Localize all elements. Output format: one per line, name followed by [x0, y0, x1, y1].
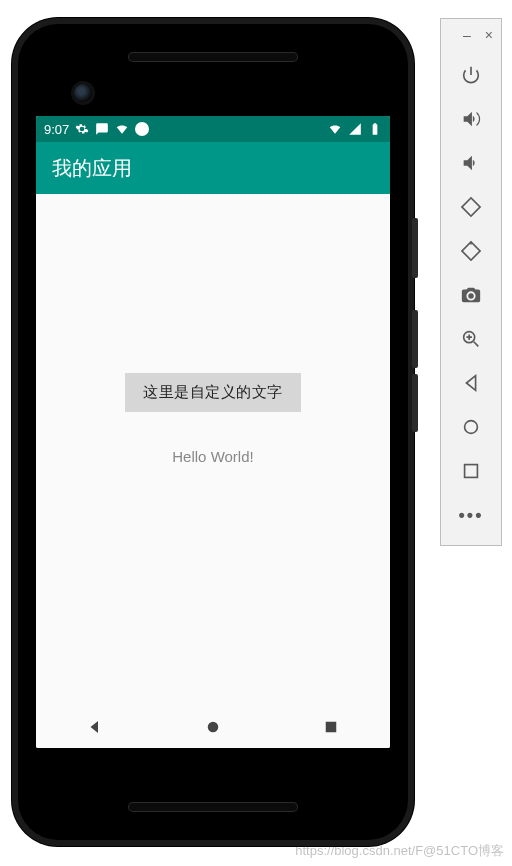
power-icon[interactable] [449, 55, 493, 95]
app-bar: 我的应用 [36, 142, 390, 194]
rotate-right-icon[interactable] [449, 231, 493, 271]
svg-point-5 [465, 421, 478, 434]
app-content: 这里是自定义的文字 Hello World! [36, 194, 390, 704]
svg-rect-1 [326, 721, 337, 732]
close-button[interactable]: × [485, 27, 493, 43]
battery-icon [368, 122, 382, 136]
back-icon[interactable] [449, 363, 493, 403]
emulator-toolbar: – × ••• [440, 18, 502, 546]
more-icon[interactable]: ••• [449, 495, 493, 535]
wifi-icon [328, 122, 342, 136]
svg-point-0 [208, 721, 219, 732]
rotate-left-icon[interactable] [449, 187, 493, 227]
status-bar-left: 9:07 [44, 122, 149, 137]
hardware-volume-up[interactable] [412, 310, 418, 368]
front-camera [74, 84, 92, 102]
android-nav-bar [36, 704, 390, 748]
bottom-speaker [128, 802, 298, 812]
dot-icon [135, 122, 149, 136]
phone-screen: 9:07 我的应用 这里是自定义的文字 Hello World! [36, 116, 390, 748]
earpiece-speaker [128, 52, 298, 62]
custom-text-button[interactable]: 这里是自定义的文字 [125, 373, 301, 412]
volume-up-icon[interactable] [449, 99, 493, 139]
emulator-phone-frame: 9:07 我的应用 这里是自定义的文字 Hello World! [12, 18, 414, 846]
status-time: 9:07 [44, 122, 69, 137]
wifi-icon [115, 122, 129, 136]
svg-rect-6 [465, 465, 478, 478]
volume-down-icon[interactable] [449, 143, 493, 183]
hello-world-text: Hello World! [172, 448, 253, 465]
nav-home-button[interactable] [193, 707, 233, 747]
window-controls: – × [441, 25, 501, 51]
message-icon [95, 122, 109, 136]
status-bar-right [328, 122, 382, 136]
camera-icon[interactable] [449, 275, 493, 315]
svg-rect-3 [462, 242, 480, 260]
nav-recents-button[interactable] [311, 707, 351, 747]
android-status-bar: 9:07 [36, 116, 390, 142]
home-icon[interactable] [449, 407, 493, 447]
svg-rect-2 [462, 198, 480, 216]
overview-icon[interactable] [449, 451, 493, 491]
zoom-icon[interactable] [449, 319, 493, 359]
app-title: 我的应用 [52, 155, 132, 182]
minimize-button[interactable]: – [463, 27, 471, 43]
hardware-volume-down[interactable] [412, 374, 418, 432]
nav-back-button[interactable] [75, 707, 115, 747]
gear-icon [75, 122, 89, 136]
phone-bezel: 9:07 我的应用 这里是自定义的文字 Hello World! [18, 24, 408, 840]
hardware-power-button[interactable] [412, 218, 418, 278]
signal-icon [348, 122, 362, 136]
